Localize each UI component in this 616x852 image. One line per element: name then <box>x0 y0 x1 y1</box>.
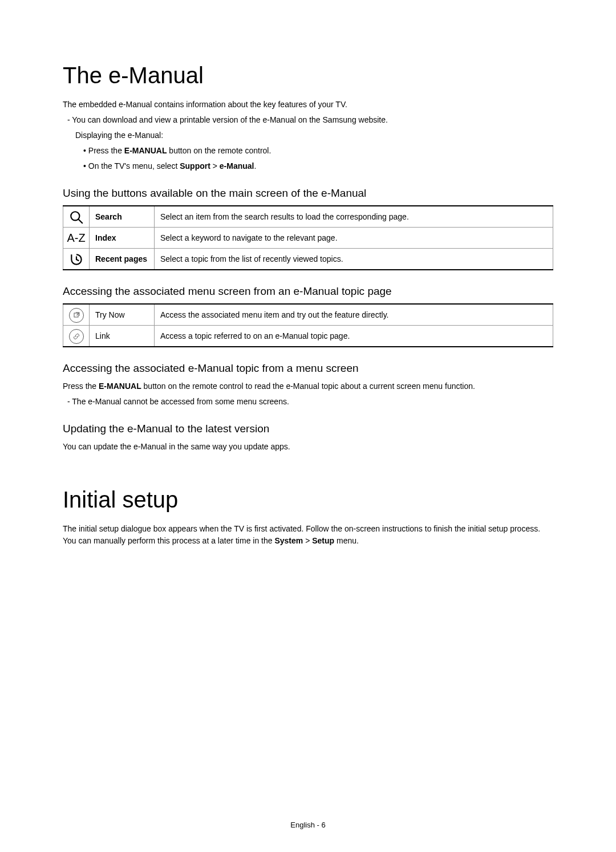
section-initial-setup: Initial setup The initial setup dialogue… <box>63 487 553 547</box>
sub4-line: You can update the e-Manual in the same … <box>63 441 553 453</box>
bullet-menu: On the TV's menu, select Support > e-Man… <box>63 160 553 172</box>
page-content: The e-Manual The embedded e-Manual conta… <box>0 0 616 547</box>
subheading-accessing-menu: Accessing the associated menu screen fro… <box>63 285 553 298</box>
cell-label: Search <box>90 206 155 228</box>
subheading-updating: Updating the e-Manual to the latest vers… <box>63 423 553 435</box>
cell-icon <box>63 249 90 270</box>
subheading-buttons: Using the buttons available on the main … <box>63 187 553 200</box>
page-footer: English - 6 <box>0 821 616 829</box>
link-icon <box>69 329 84 344</box>
cell-desc: Select an item from the search results t… <box>155 206 553 228</box>
trynow-icon <box>69 308 84 323</box>
cell-icon: A-Z <box>63 228 90 249</box>
cell-desc: Select a topic from the list of recently… <box>155 249 553 270</box>
cell-icon <box>63 304 90 326</box>
cell-desc: Select a keyword to navigate to the rele… <box>155 228 553 249</box>
cell-label: Try Now <box>90 304 155 326</box>
svg-point-0 <box>71 212 79 220</box>
heading-initial-setup: Initial setup <box>63 487 553 513</box>
table-row: Link Access a topic referred to on an e-… <box>63 326 553 347</box>
cell-label: Link <box>90 326 155 347</box>
search-icon <box>69 210 84 225</box>
subheading-from-menu: Accessing the associated e-Manual topic … <box>63 362 553 375</box>
sub3-line: Press the E-MANUAL button on the remote … <box>63 380 553 392</box>
cell-label: Recent pages <box>90 249 155 270</box>
cell-icon <box>63 326 90 347</box>
cell-label: Index <box>90 228 155 249</box>
svg-rect-2 <box>74 313 78 317</box>
bullet-displaying: Displaying the e-Manual: <box>63 129 553 141</box>
table-row: Recent pages Select a topic from the lis… <box>63 249 553 270</box>
cell-desc: Access a topic referred to on an e-Manua… <box>155 326 553 347</box>
index-icon: A-Z <box>67 232 85 244</box>
sub3-note: The e-Manual cannot be accessed from som… <box>63 396 553 408</box>
initial-setup-para: The initial setup dialogue box appears w… <box>63 523 553 547</box>
cell-icon <box>63 206 90 228</box>
cell-desc: Access the associated menu item and try … <box>155 304 553 326</box>
intro-text: The embedded e-Manual contains informati… <box>63 99 553 111</box>
table-row: A-Z Index Select a keyword to navigate t… <box>63 228 553 249</box>
bullet-download: You can download and view a printable ve… <box>63 114 553 126</box>
recent-icon <box>69 252 84 267</box>
table-row: Try Now Access the associated menu item … <box>63 304 553 326</box>
table-row: Search Select an item from the search re… <box>63 206 553 228</box>
bullet-press: Press the E-MANUAL button on the remote … <box>63 145 553 157</box>
heading-emanual: The e-Manual <box>63 63 553 88</box>
table-accessing: Try Now Access the associated menu item … <box>63 303 553 347</box>
table-buttons: Search Select an item from the search re… <box>63 205 553 270</box>
svg-line-1 <box>78 219 83 224</box>
